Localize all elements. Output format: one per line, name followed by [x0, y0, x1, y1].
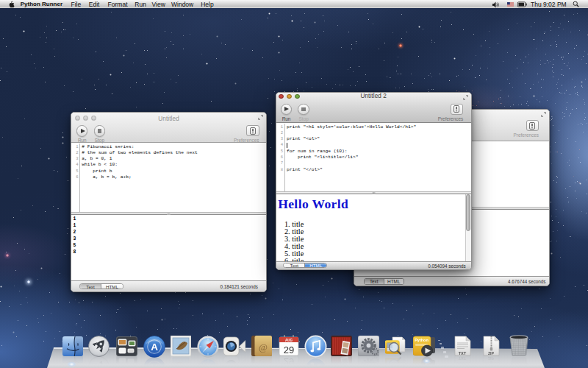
svg-text:A: A — [151, 342, 158, 353]
svg-text:TXT: TXT — [458, 351, 466, 355]
svg-text:Python: Python — [415, 338, 429, 342]
svg-text:29: 29 — [284, 344, 294, 355]
svg-text:@: @ — [259, 342, 268, 353]
svg-text:AUG: AUG — [285, 339, 293, 342]
svg-text:ZIP: ZIP — [487, 351, 494, 355]
